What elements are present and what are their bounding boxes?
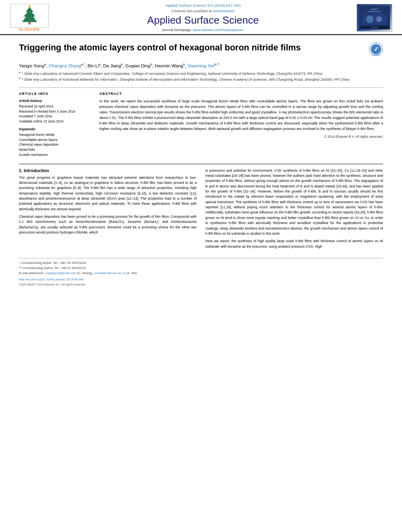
svg-rect-8	[362, 14, 386, 25]
intro-para-1: The great progress in graphene based mat…	[19, 175, 197, 212]
elsevier-logo-image	[12, 6, 47, 25]
footer-notes: * Corresponding author. Tel.: +86 731 84…	[19, 258, 383, 287]
abstract-text: In this work, we report the successful s…	[99, 99, 383, 132]
doi-link[interactable]: http://dx.doi.org/10.1016/j.apsusc.2014.…	[19, 277, 383, 282]
affiliation-a: a ᵃ State Key Laboratory of Advanced Cer…	[19, 70, 383, 77]
abstract-heading: ABSTRACT	[99, 92, 383, 96]
journal-citation: Applied Surface Science 313 (2014) 647–6…	[59, 3, 347, 7]
page: ELSEVIER Applied Surface Science 313 (20…	[0, 0, 402, 532]
svg-text:Applied: Applied	[371, 8, 378, 10]
keywords-heading: Keywords:	[19, 127, 90, 131]
journal-homepage-line: journal homepage: www.elsevier.com/locat…	[59, 28, 347, 32]
svg-text:✓: ✓	[374, 46, 379, 52]
svg-text:ELSEVIER: ELSEVIER	[370, 27, 378, 28]
journal-title: Applied Surface Science	[59, 14, 347, 26]
article-info-abstract-section: ARTICLE INFO Article history: Received 1…	[19, 87, 383, 158]
body-left-col: 1. Introduction The great progress in gr…	[19, 168, 197, 252]
keyword-4: Nickel foils	[19, 147, 90, 152]
abstract-col: ABSTRACT In this work, we report the suc…	[99, 92, 383, 158]
body-right-col: is poisonous and pollutive for environme…	[205, 168, 383, 252]
homepage-label: journal homepage:	[162, 28, 192, 32]
right-para-1: is poisonous and pollutive for environme…	[205, 168, 383, 237]
contents-label: Contents lists available at	[171, 9, 212, 13]
right-para-2: Here we report, the synthesis of high qu…	[205, 239, 383, 249]
author-xiaoming: Xiaoming Xieb,**	[188, 63, 220, 68]
author-yangxi: Yangxi Songa,	[19, 63, 48, 68]
history-heading: Article history:	[19, 99, 90, 103]
keyword-5: Growth mechanism	[19, 152, 90, 158]
article-body: Triggering the atomic layers control of …	[0, 35, 402, 295]
sciencedirect-link[interactable]: ScienceDirect	[213, 9, 235, 13]
corresponding-note-1: * Corresponding author. Tel.: +86 731 84…	[19, 261, 383, 266]
keyword-1: Hexagonal boron nitride	[19, 132, 90, 137]
authors-line: Yangxi Songa, Changrui Zhanga,*, Bin Lia…	[19, 63, 383, 68]
article-title-section: Triggering the atomic layers control of …	[19, 42, 383, 59]
intro-title-text: Introduction	[24, 168, 49, 173]
author-changrui: Changrui Zhanga,*	[48, 63, 85, 68]
svg-text:CrossMark: CrossMark	[372, 54, 381, 56]
elsevier-logo: ELSEVIER	[8, 4, 51, 32]
issn-line: 0169-4332/© 2014 Elsevier B.V. All right…	[19, 282, 383, 287]
received-revised-date: Received in revised form 3 June 2014	[19, 109, 90, 114]
svg-point-9	[366, 15, 374, 23]
homepage-url[interactable]: www.elsevier.com/locate/apsusc	[193, 28, 244, 32]
copyright-line: © 2014 Elsevier B.V. All rights reserved…	[99, 135, 383, 139]
svg-rect-2	[28, 22, 31, 24]
email-1-link[interactable]: crzjang12@gmail.com	[45, 271, 76, 275]
author-bin: Bin Lia, Da Jiangb, Guqiao Dingb, Haomin…	[87, 63, 188, 68]
journal-header: ELSEVIER Applied Surface Science 313 (20…	[0, 0, 402, 35]
accepted-date: Accepted 7 June 2014	[19, 114, 90, 119]
keyword-2: Controllable atomic layers	[19, 137, 90, 143]
email-1-name: (C. Zhang),	[77, 271, 93, 275]
intro-number: 1.	[19, 168, 22, 173]
contents-available-text: Contents lists available at ScienceDirec…	[59, 9, 347, 13]
elsevier-brand-text: ELSEVIER	[19, 28, 40, 32]
intro-heading: 1. Introduction	[19, 168, 197, 173]
corresponding-note-2: ** Corresponding author. Tel.: +86 21 62…	[19, 266, 383, 271]
received-date: Received 15 April 2014	[19, 104, 90, 109]
article-title: Triggering the atomic layers control of …	[19, 42, 369, 54]
svg-text:Surface Science: Surface Science	[367, 11, 381, 13]
svg-point-10	[376, 16, 382, 22]
email-2-link[interactable]: xmxie@mail.sim.ac.cn	[94, 271, 125, 275]
keyword-3: Chemical vapor deposition	[19, 142, 90, 147]
journal-cover-image: Applied Surface Science ELSEVIER	[357, 4, 392, 32]
affiliations: a ᵃ State Key Laboratory of Advanced Cer…	[19, 70, 383, 83]
email-label: E-mail addresses:	[19, 271, 44, 275]
email-2-name: (X. Xie)	[126, 271, 137, 275]
affiliation-b: b ᵇ State Key Laboratory of Functional M…	[19, 76, 383, 83]
article-info-heading: ARTICLE INFO	[19, 92, 90, 96]
email-addresses-line: E-mail addresses: crzjang12@gmail.com (C…	[19, 271, 383, 276]
journal-cover-area: Applied Surface Science ELSEVIER	[355, 4, 394, 32]
article-info-col: ARTICLE INFO Article history: Received 1…	[19, 92, 90, 158]
body-two-col: 1. Introduction The great progress in gr…	[19, 168, 383, 252]
crossmark-logo[interactable]: ✓ CrossMark	[369, 42, 383, 56]
intro-para-2: Chemical vapor deposition has been prove…	[19, 214, 197, 235]
section-divider	[19, 164, 383, 164]
available-date: Available online 13 June 2014	[19, 119, 90, 124]
header-center: Applied Surface Science 313 (2014) 647–6…	[51, 3, 355, 32]
